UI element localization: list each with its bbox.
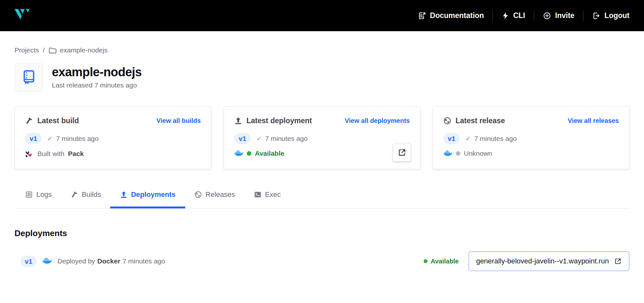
breadcrumb-current-label: example-nodejs: [60, 46, 108, 54]
project-title-block: example-nodejs Last released 7 minutes a…: [52, 65, 142, 89]
page-title: example-nodejs: [52, 65, 142, 79]
view-all-releases-link[interactable]: View all releases: [568, 117, 619, 124]
hammer-icon: [25, 117, 33, 125]
deployment-url-label: generally-beloved-javelin--v1.waypoint.r…: [476, 257, 609, 265]
globe-icon: [443, 117, 451, 125]
deployment-time: ✓ 7 minutes ago: [256, 135, 308, 142]
operator-name: Docker: [97, 257, 120, 265]
deployed-by-prefix: Deployed by: [57, 257, 95, 265]
version-badge: v1: [20, 256, 37, 267]
version-badge: v1: [234, 133, 251, 144]
tab-deployments[interactable]: Deployments: [120, 190, 176, 208]
breadcrumb-separator: /: [43, 46, 45, 54]
deployment-row-actions: Available generally-beloved-javelin--v1.…: [424, 251, 630, 271]
pack-icon: [25, 150, 34, 158]
release-status-row: Unknown: [443, 150, 619, 157]
logs-icon: [25, 191, 33, 198]
deployment-row-status: Available: [424, 258, 459, 265]
card-title: Latest build: [37, 116, 79, 125]
breadcrumb: Projects / example-nodejs: [14, 46, 630, 54]
open-deployment-button[interactable]: [393, 143, 411, 161]
view-all-builds-link[interactable]: View all builds: [157, 117, 201, 124]
hammer-icon: [71, 191, 78, 198]
breadcrumb-projects[interactable]: Projects: [14, 46, 39, 54]
project-tabs: Logs Builds Deployments: [14, 190, 630, 208]
breadcrumb-current[interactable]: example-nodejs: [49, 46, 108, 54]
waypoint-logo-icon: [14, 9, 30, 23]
card-title: Latest release: [456, 116, 505, 125]
logout-icon: [592, 12, 601, 20]
waypoint-logo[interactable]: [14, 9, 30, 23]
status-dot-unknown: [456, 151, 460, 156]
build-detail-row: Built with Pack: [25, 150, 201, 158]
folder-icon: [49, 47, 57, 54]
latest-deployment-card: Latest deployment View all deployments v…: [224, 106, 420, 169]
nav-documentation[interactable]: Documentation: [409, 11, 493, 20]
invite-icon: [543, 12, 551, 20]
built-with-prefix: Built with: [37, 150, 64, 158]
project-header: example-nodejs Last released 7 minutes a…: [14, 63, 630, 91]
check-icon: ✓: [465, 135, 471, 142]
release-meta-row: v1 ✓ 7 minutes ago: [443, 133, 619, 144]
nav-invite-label: Invite: [555, 11, 574, 20]
card-title-wrap: Latest deployment: [234, 116, 312, 125]
page-subtitle: Last released 7 minutes ago: [52, 81, 142, 89]
tab-releases-label: Releases: [206, 190, 235, 199]
build-meta-row: v1 ✓ 7 minutes ago: [25, 133, 201, 144]
book-icon: [22, 70, 35, 85]
docker-icon: [234, 150, 243, 157]
card-head: Latest build View all builds: [25, 116, 201, 125]
version-badge: v1: [25, 133, 42, 144]
page-content: Projects / example-nodejs example-nodejs…: [0, 46, 644, 271]
globe-icon: [194, 191, 202, 198]
deployment-url-button[interactable]: generally-beloved-javelin--v1.waypoint.r…: [468, 251, 630, 271]
status-dot-available: [247, 151, 251, 156]
deployment-row-info: v1 Deployed by Docker 7 minutes ago: [20, 256, 165, 267]
upload-icon: [234, 117, 242, 125]
deployment-status-row: Available: [234, 150, 410, 157]
terminal-icon: [254, 191, 262, 198]
docker-icon: [42, 258, 52, 265]
tab-releases[interactable]: Releases: [194, 190, 235, 208]
nav-invite[interactable]: Invite: [534, 11, 583, 20]
tab-deployments-label: Deployments: [131, 190, 176, 199]
release-time-label: 7 minutes ago: [474, 135, 517, 142]
release-time: ✓ 7 minutes ago: [465, 135, 517, 142]
deployments-heading: Deployments: [14, 228, 630, 238]
tab-builds[interactable]: Builds: [71, 190, 101, 208]
view-all-deployments-link[interactable]: View all deployments: [345, 117, 410, 124]
summary-cards: Latest build View all builds v1 ✓ 7 minu…: [14, 106, 630, 169]
release-status: Unknown: [464, 150, 492, 157]
version-badge: v1: [443, 133, 460, 144]
status-dot-available: [424, 259, 428, 263]
external-link-icon: [614, 257, 622, 265]
card-title: Latest deployment: [246, 116, 312, 125]
deployment-status: Available: [255, 150, 284, 157]
latest-release-card: Latest release View all releases v1 ✓ 7 …: [433, 106, 630, 169]
check-icon: ✓: [256, 135, 262, 142]
builder-name: Pack: [68, 150, 84, 158]
card-head: Latest deployment View all deployments: [234, 116, 410, 125]
documentation-icon: [418, 12, 426, 20]
nav-cli[interactable]: CLI: [493, 11, 534, 20]
deployment-description: Deployed by Docker 7 minutes ago: [57, 257, 165, 265]
docker-icon: [443, 150, 452, 157]
latest-build-card: Latest build View all builds v1 ✓ 7 minu…: [14, 106, 211, 169]
tab-exec-label: Exec: [265, 190, 281, 199]
deployment-row-status-label: Available: [431, 258, 459, 265]
tab-exec[interactable]: Exec: [254, 190, 281, 208]
external-link-icon: [398, 148, 407, 157]
deployment-meta-row: v1 ✓ 7 minutes ago: [234, 133, 410, 144]
navbar-actions: Documentation CLI Invite: [409, 11, 630, 21]
card-title-wrap: Latest release: [443, 116, 505, 125]
nav-cli-label: CLI: [513, 11, 525, 20]
tab-logs[interactable]: Logs: [25, 190, 52, 208]
cli-icon: [502, 12, 509, 20]
top-navbar: Documentation CLI Invite: [0, 0, 644, 31]
nav-logout[interactable]: Logout: [583, 11, 630, 20]
nav-documentation-label: Documentation: [430, 11, 484, 20]
upload-icon: [120, 191, 128, 198]
deployment-row-time: 7 minutes ago: [122, 257, 165, 265]
build-time: ✓ 7 minutes ago: [47, 135, 99, 142]
card-title-wrap: Latest build: [25, 116, 79, 125]
